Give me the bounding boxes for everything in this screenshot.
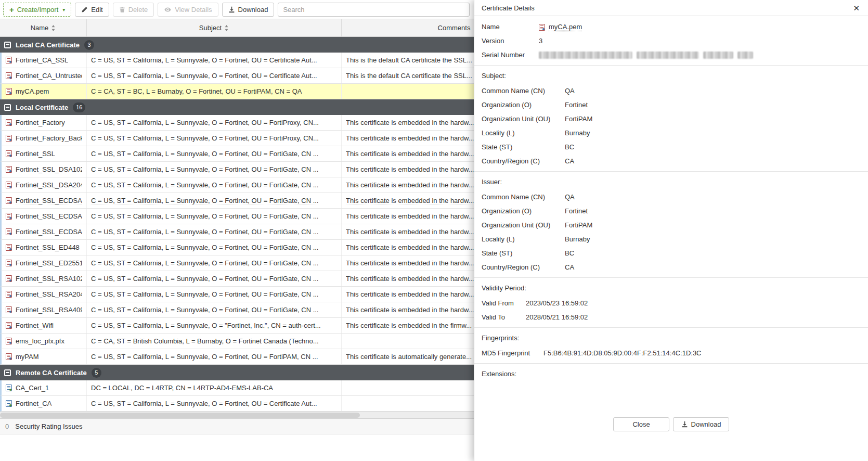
table-row-fortinet-ca-untrusted[interactable]: Fortinet_CA_UntrustedC = US, ST = Califo… xyxy=(0,68,474,84)
delete-button[interactable]: Delete xyxy=(113,3,154,17)
details-title: Certificate Details xyxy=(482,4,852,12)
table-row-fortinet-factory[interactable]: Fortinet_FactoryC = US, ST = California,… xyxy=(0,115,474,131)
certificate-name: Fortinet_SSL_DSA1024 xyxy=(16,165,82,173)
cell-subject: C = US, ST = California, L = Sunnyvale, … xyxy=(87,271,342,286)
table-row-fortinet-ssl-rsa4096[interactable]: Fortinet_SSL_RSA4096C = US, ST = Califor… xyxy=(0,302,474,318)
detail-row: Locality (L)Burnaby xyxy=(482,129,861,138)
download-icon xyxy=(681,421,688,428)
chevron-down-icon: ▾ xyxy=(62,7,65,12)
table-row-fortinet-factory-backup[interactable]: Fortinet_Factory_BackupC = US, ST = Cali… xyxy=(0,131,474,146)
table-row-fortinet-ca-ssl[interactable]: Fortinet_CA_SSLC = US, ST = California, … xyxy=(0,53,474,68)
certificate-comments: This certificate is embedded in the hard… xyxy=(346,119,474,126)
certificate-icon xyxy=(6,338,12,344)
group-count-badge: 5 xyxy=(92,368,101,378)
view-details-label: View Details xyxy=(175,6,212,14)
column-header-subject[interactable]: Subject xyxy=(87,19,342,36)
cell-comments: This is the default CA certificate the S… xyxy=(342,68,474,83)
collapse-icon[interactable] xyxy=(4,42,11,48)
detail-label: State (ST) xyxy=(482,143,565,152)
collapse-icon[interactable] xyxy=(4,369,11,376)
table-row-ems-loc-pfx-pfx[interactable]: ems_loc_pfx.pfxC = CA, ST = British Colu… xyxy=(0,334,474,349)
detail-row: Common Name (CN)QA xyxy=(482,86,861,96)
detail-label: Organization Unit (OU) xyxy=(482,114,565,124)
cell-name: Fortinet_Factory_Backup xyxy=(2,131,87,146)
download-icon xyxy=(228,6,235,13)
certificate-subject: C = CA, ST = BC, L = Burnaby, O = Fortin… xyxy=(91,87,302,95)
certificate-icon xyxy=(6,150,12,157)
certificate-table-body: Local CA Certificate3Fortinet_CA_SSLC = … xyxy=(0,37,474,412)
table-row-fortinet-ssl-rsa1024[interactable]: Fortinet_SSL_RSA1024C = US, ST = Califor… xyxy=(0,271,474,287)
trash-icon xyxy=(119,6,125,13)
table-row-fortinet-ssl-ecdsa256[interactable]: Fortinet_SSL_ECDSA256C = US, ST = Califo… xyxy=(0,193,474,209)
create-import-button[interactable]: + Create/Import ▾ xyxy=(3,3,71,17)
certificate-icon xyxy=(6,135,12,142)
certificate-icon xyxy=(6,213,12,220)
detail-value: FortiPAM xyxy=(565,221,592,230)
details-download-button[interactable]: Download xyxy=(673,417,729,431)
column-header-name[interactable]: Name xyxy=(0,19,87,36)
collapse-icon[interactable] xyxy=(4,104,11,111)
close-button-label: Close xyxy=(632,420,650,428)
table-row-fortinet-ssl[interactable]: Fortinet_SSLC = US, ST = California, L =… xyxy=(0,146,474,162)
table-header: Name Subject Comments xyxy=(0,19,474,37)
certificate-comments: This certificate is embedded in the hard… xyxy=(346,275,474,283)
detail-row: Country/Region (C)CA xyxy=(482,157,861,166)
cell-name: Fortinet_SSL_RSA4096 xyxy=(2,302,87,317)
cell-comments: This certificate is embedded in the hard… xyxy=(342,240,474,255)
table-row-fortinet-ssl-ecdsa384[interactable]: Fortinet_SSL_ECDSA384C = US, ST = Califo… xyxy=(0,209,474,224)
detail-row: Organization (O)Fortinet xyxy=(482,100,861,110)
section-heading: Subject: xyxy=(482,72,861,80)
cell-name: Fortinet_Wifi xyxy=(2,318,87,333)
detail-row: Locality (L)Burnaby xyxy=(482,235,861,244)
certificate-name: CA_Cert_1 xyxy=(16,384,49,392)
edit-button[interactable]: Edit xyxy=(75,3,109,17)
cell-comments: This certificate is automatically genera… xyxy=(342,349,474,364)
security-rating-count: 0 xyxy=(5,422,9,430)
pencil-icon xyxy=(81,6,88,13)
section-divider xyxy=(474,363,868,364)
table-row-ca-cert-1[interactable]: CA_Cert_1DC = LOCAL, DC = L4RTP, CN = L4… xyxy=(0,380,474,396)
table-row-fortinet-ssl-rsa2048[interactable]: Fortinet_SSL_RSA2048C = US, ST = Califor… xyxy=(0,287,474,302)
certificate-name-link[interactable]: myCA.pem xyxy=(539,22,582,32)
group-header-remote-ca-certificate[interactable]: Remote CA Certificate5 xyxy=(0,365,474,380)
column-header-comments[interactable]: Comments xyxy=(342,19,474,36)
table-row-fortinet-ssl-dsa2048[interactable]: Fortinet_SSL_DSA2048C = US, ST = Califor… xyxy=(0,177,474,193)
group-header-local-certificate[interactable]: Local Certificate16 xyxy=(0,99,474,115)
cell-comments: This certificate is embedded in the hard… xyxy=(342,177,474,193)
close-button[interactable]: Close xyxy=(613,417,669,431)
detail-value: F5:B6:4B:91:4D:D8:05:9D:00:4F:F2:51:14:4… xyxy=(543,349,702,358)
table-row-fortinet-ssl-dsa1024[interactable]: Fortinet_SSL_DSA1024C = US, ST = Califor… xyxy=(0,162,474,177)
table-row-fortinet-ssl-ed448[interactable]: Fortinet_SSL_ED448C = US, ST = Californi… xyxy=(0,240,474,255)
cell-name: Fortinet_Factory xyxy=(2,115,87,130)
detail-value: QA xyxy=(565,193,575,202)
table-row-fortinet-ca[interactable]: Fortinet_CAC = US, ST = California, L = … xyxy=(0,396,474,412)
view-details-button[interactable]: View Details xyxy=(158,3,218,17)
cell-name: Fortinet_SSL_DSA2048 xyxy=(2,177,87,193)
table-row-fortinet-ssl-ecdsa521[interactable]: Fortinet_SSL_ECDSA521C = US, ST = Califo… xyxy=(0,224,474,240)
horizontal-scrollbar[interactable] xyxy=(0,412,474,418)
column-header-comments-label: Comments xyxy=(438,24,471,32)
table-row-fortinet-wifi[interactable]: Fortinet_WifiC = US, ST = California, L … xyxy=(0,318,474,334)
toolbar: + Create/Import ▾ Edit Delete View Detai… xyxy=(0,0,474,19)
download-button[interactable]: Download xyxy=(222,3,275,17)
table-row-myca-pem[interactable]: myCA.pemC = CA, ST = BC, L = Burnaby, O … xyxy=(0,84,474,99)
detail-label: Locality (L) xyxy=(482,129,565,138)
details-section-fingerprints: Fingerprints:MD5 FingerprintF5:B6:4B:91:… xyxy=(482,327,861,358)
table-row-fortinet-ssl-ed25519[interactable]: Fortinet_SSL_ED25519C = US, ST = Califor… xyxy=(0,255,474,271)
table-row-mypam[interactable]: myPAMC = US, ST = California, L = Sunnyv… xyxy=(0,349,474,365)
certificate-subject: C = US, ST = California, L = Sunnyvale, … xyxy=(91,322,321,329)
cell-comments: This certificate is embedded in the hard… xyxy=(342,255,474,271)
certificate-name-text[interactable]: myCA.pem xyxy=(549,22,582,32)
search-input[interactable] xyxy=(278,3,470,17)
section-heading: Validity Period: xyxy=(482,284,861,292)
group-header-local-ca-certificate[interactable]: Local CA Certificate3 xyxy=(0,37,474,53)
certificate-icon xyxy=(6,119,12,126)
certificate-name: myPAM xyxy=(16,353,39,361)
certificate-subject: C = US, ST = California, L = Sunnyvale, … xyxy=(91,72,317,80)
cell-comments xyxy=(342,396,474,411)
close-icon[interactable]: ✕ xyxy=(852,3,861,13)
detail-label: MD5 Fingerprint xyxy=(482,349,543,358)
certificate-comments: This certificate is embedded in the hard… xyxy=(346,228,474,236)
cell-name: Fortinet_SSL_RSA2048 xyxy=(2,287,87,302)
scrollbar-thumb[interactable] xyxy=(0,413,360,418)
